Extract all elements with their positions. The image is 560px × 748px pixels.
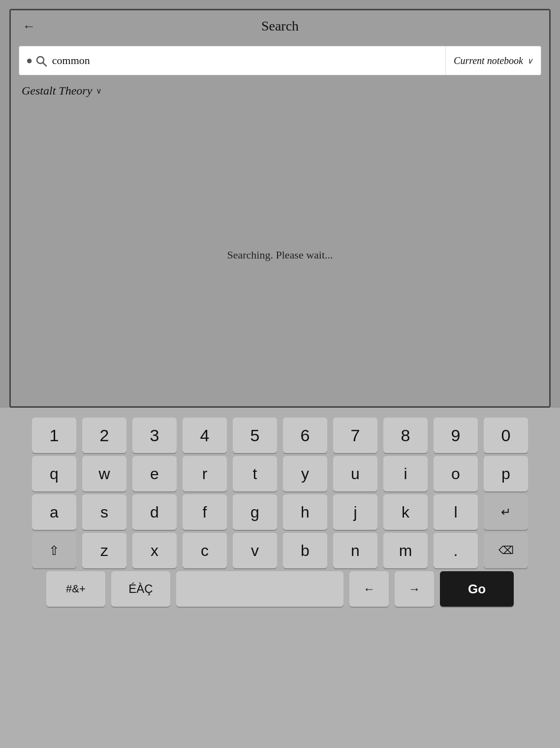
key-8[interactable]: 8 bbox=[383, 418, 428, 453]
notebook-dropdown[interactable]: Current notebook ∨ bbox=[445, 46, 541, 75]
key-p[interactable]: p bbox=[484, 456, 528, 491]
key-6[interactable]: 6 bbox=[283, 418, 327, 453]
key-y[interactable]: y bbox=[283, 456, 327, 491]
notebook-filter-row[interactable]: Gestalt Theory ∨ bbox=[11, 80, 549, 103]
search-bar-row: ● Current notebook ∨ bbox=[11, 42, 549, 80]
keyboard-asdf-row: a s d f g h j k l ↵ bbox=[8, 494, 552, 530]
key-t[interactable]: t bbox=[233, 456, 277, 491]
key-5[interactable]: 5 bbox=[233, 418, 277, 453]
key-arrow-left[interactable]: ← bbox=[349, 571, 389, 607]
key-accents[interactable]: ÉÀÇ bbox=[111, 571, 170, 607]
status-message: Searching. Please wait... bbox=[227, 249, 333, 261]
key-2[interactable]: 2 bbox=[82, 418, 126, 453]
search-input-wrapper[interactable]: ● bbox=[19, 46, 445, 75]
key-m[interactable]: m bbox=[383, 533, 428, 568]
key-h[interactable]: h bbox=[283, 494, 327, 530]
key-4[interactable]: 4 bbox=[183, 418, 227, 453]
key-9[interactable]: 9 bbox=[434, 418, 478, 453]
key-x[interactable]: x bbox=[132, 533, 177, 568]
key-3[interactable]: 3 bbox=[132, 418, 177, 453]
key-r[interactable]: r bbox=[183, 456, 227, 491]
go-button[interactable]: Go bbox=[440, 571, 514, 607]
key-period[interactable]: . bbox=[434, 533, 478, 568]
back-button[interactable]: ← bbox=[23, 20, 35, 33]
key-1[interactable]: 1 bbox=[32, 418, 76, 453]
enter-key[interactable]: ↵ bbox=[484, 494, 528, 530]
key-g[interactable]: g bbox=[233, 494, 277, 530]
key-b[interactable]: b bbox=[283, 533, 327, 568]
header: ← Search bbox=[11, 10, 549, 42]
shift-key[interactable]: ⇧ bbox=[32, 533, 76, 568]
key-n[interactable]: n bbox=[333, 533, 377, 568]
backspace-key[interactable]: ⌫ bbox=[484, 533, 528, 568]
keyboard: 1 2 3 4 5 6 7 8 9 0 q w e r t y u i o p … bbox=[0, 408, 560, 748]
notebook-dropdown-label: Current notebook bbox=[454, 55, 523, 66]
key-symbols[interactable]: #&+ bbox=[46, 571, 105, 607]
page-title: Search bbox=[261, 18, 299, 34]
key-arrow-right[interactable]: → bbox=[395, 571, 434, 607]
spacebar-key[interactable] bbox=[176, 571, 343, 607]
search-input[interactable] bbox=[52, 54, 438, 67]
chevron-down-icon: ∨ bbox=[527, 56, 533, 65]
content-area: Searching. Please wait... bbox=[11, 103, 549, 406]
key-z[interactable]: z bbox=[82, 533, 126, 568]
key-i[interactable]: i bbox=[383, 456, 428, 491]
notebook-filter-label: Gestalt Theory bbox=[22, 84, 92, 98]
key-0[interactable]: 0 bbox=[484, 418, 528, 453]
svg-line-1 bbox=[43, 63, 46, 66]
key-a[interactable]: a bbox=[32, 494, 76, 530]
keyboard-qwerty-row: q w e r t y u i o p bbox=[8, 456, 552, 491]
key-k[interactable]: k bbox=[383, 494, 428, 530]
key-s[interactable]: s bbox=[82, 494, 126, 530]
key-e[interactable]: e bbox=[132, 456, 177, 491]
notebook-filter-chevron-icon: ∨ bbox=[96, 86, 102, 96]
key-7[interactable]: 7 bbox=[333, 418, 377, 453]
key-u[interactable]: u bbox=[333, 456, 377, 491]
key-f[interactable]: f bbox=[183, 494, 227, 530]
key-c[interactable]: c bbox=[183, 533, 227, 568]
key-j[interactable]: j bbox=[333, 494, 377, 530]
app-screen: ← Search ● Current notebook ∨ Gestalt Th… bbox=[9, 9, 551, 408]
key-v[interactable]: v bbox=[233, 533, 277, 568]
keyboard-number-row: 1 2 3 4 5 6 7 8 9 0 bbox=[8, 418, 552, 453]
key-o[interactable]: o bbox=[434, 456, 478, 491]
key-q[interactable]: q bbox=[32, 456, 76, 491]
keyboard-bottom-row: #&+ ÉÀÇ ← → Go bbox=[8, 571, 552, 607]
keyboard-zxcv-row: ⇧ z x c v b n m . ⌫ bbox=[8, 533, 552, 568]
key-l[interactable]: l bbox=[434, 494, 478, 530]
key-w[interactable]: w bbox=[82, 456, 126, 491]
search-icon: ● bbox=[26, 54, 47, 67]
key-d[interactable]: d bbox=[132, 494, 177, 530]
